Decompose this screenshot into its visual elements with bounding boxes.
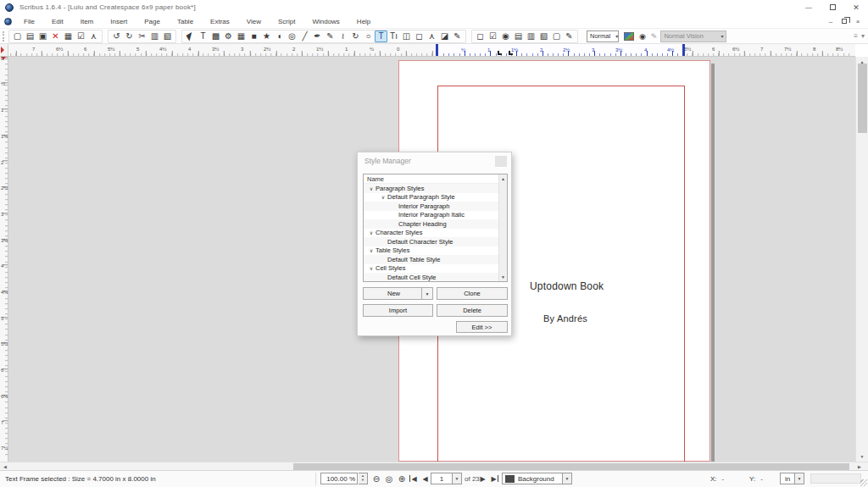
page-number-input[interactable]: 1 xyxy=(431,473,453,484)
new-style-button[interactable]: New ▼ xyxy=(363,287,433,300)
text-frame-title[interactable]: Uptodown Book xyxy=(530,280,604,292)
style-tree-row[interactable]: Interior Paragraph Italic xyxy=(364,211,507,220)
style-tree-row[interactable]: Chapter Heading xyxy=(364,219,507,229)
menu-page[interactable]: Page xyxy=(136,18,169,25)
vertical-scrollbar[interactable]: ▲ ▼ xyxy=(855,57,868,462)
print-icon[interactable]: ▦ xyxy=(62,30,75,42)
style-tree-row[interactable]: ∨Default Paragraph Style xyxy=(364,193,507,202)
toolbar-handle[interactable] xyxy=(3,31,6,42)
export-pdf-icon[interactable]: ⋏ xyxy=(87,30,100,42)
unit-dropdown-icon[interactable]: ▼ xyxy=(795,473,804,484)
chevron-expanded-icon[interactable]: ∨ xyxy=(379,194,387,200)
copy-icon[interactable]: ▥ xyxy=(148,30,161,42)
paste-icon[interactable]: ▧ xyxy=(161,30,174,42)
menu-script[interactable]: Script xyxy=(270,18,303,25)
horizontal-ruler[interactable]: 76½65½54½43½32½21½1½05½66½77½88½½11½22½3… xyxy=(8,44,855,57)
redo-icon[interactable]: ↻ xyxy=(123,30,136,42)
unlink-text-frames-icon[interactable]: ◻ xyxy=(413,30,426,42)
insert-image-frame-icon[interactable]: ▩ xyxy=(209,30,222,42)
scroll-down-icon[interactable]: ▼ xyxy=(856,451,868,462)
edit-style-button[interactable]: Edit >> xyxy=(456,321,508,333)
insert-text-frame-icon[interactable]: T xyxy=(197,30,209,42)
menu-windows[interactable]: Windows xyxy=(303,18,348,25)
style-tree-row[interactable]: ∨Table Styles xyxy=(364,246,507,256)
unit-selector[interactable]: in xyxy=(780,473,795,484)
previous-page-icon[interactable]: ◀ xyxy=(419,473,431,484)
open-document-icon[interactable]: ▤ xyxy=(24,30,36,42)
pdf-check-box-icon[interactable]: ☑ xyxy=(487,30,499,42)
chevron-expanded-icon[interactable]: ∨ xyxy=(367,185,376,191)
menu-file[interactable]: File xyxy=(15,18,43,25)
edit-story-editor-icon[interactable]: Tı xyxy=(387,30,400,42)
mdi-minimize-icon[interactable]: – xyxy=(824,16,837,26)
link-text-frames-icon[interactable]: ◫ xyxy=(400,30,413,42)
insert-bezier-icon[interactable]: ✒ xyxy=(311,30,324,42)
zoom-spinner[interactable]: ▲▼ xyxy=(359,473,368,484)
insert-table-icon[interactable]: ▦ xyxy=(235,30,248,42)
new-style-dropdown-icon[interactable]: ▼ xyxy=(421,288,432,299)
style-manager-dialog[interactable]: Style Manager Name ∨Paragraph Styles∨Def… xyxy=(357,152,512,336)
horizontal-scrollbar[interactable]: ◀ ▶ xyxy=(0,462,868,471)
insert-freehand-icon[interactable]: ✎ xyxy=(324,30,337,42)
menu-item[interactable]: Item xyxy=(72,18,103,25)
zoom-out-icon[interactable]: ⊖ xyxy=(370,473,382,484)
pdf-radio-button-icon[interactable]: ◉ xyxy=(499,30,512,42)
scroll-left-icon[interactable]: ◀ xyxy=(0,462,10,470)
chevron-expanded-icon[interactable]: ∨ xyxy=(367,247,376,253)
insert-render-frame-icon[interactable]: ⚙ xyxy=(222,30,235,42)
insert-calligraphic-icon[interactable]: ≀ xyxy=(337,30,349,42)
last-page-icon[interactable]: ▶ xyxy=(488,473,501,484)
view-level-combo[interactable]: Normal ▾ xyxy=(587,30,619,42)
insert-shape-icon[interactable]: ■ xyxy=(248,30,260,42)
close-document-icon[interactable]: ✕ xyxy=(49,30,62,42)
new-document-icon[interactable]: ▢ xyxy=(11,30,24,42)
horizontal-scroll-thumb[interactable] xyxy=(293,463,849,470)
style-tree-row[interactable]: Default Table Style xyxy=(364,255,507,264)
preflight-verifier-icon[interactable]: ☑ xyxy=(75,30,87,42)
rotate-item-icon[interactable]: ↻ xyxy=(349,30,362,42)
dialog-close-button[interactable] xyxy=(495,156,507,167)
style-tree-row[interactable]: ∨Paragraph Styles xyxy=(364,184,507,193)
insert-arc-icon[interactable]: ◖ xyxy=(273,30,286,42)
pdf-text-annotation-icon[interactable]: ▧ xyxy=(537,30,550,42)
close-icon[interactable]: ✕ xyxy=(844,0,868,14)
menu-insert[interactable]: Insert xyxy=(102,18,136,25)
pdf-text-field-icon[interactable]: ▢ xyxy=(550,30,563,42)
maximize-icon[interactable] xyxy=(821,0,844,14)
insert-line-icon[interactable]: ╱ xyxy=(298,30,311,42)
delete-style-button[interactable]: Delete xyxy=(437,304,508,317)
vertical-scroll-thumb[interactable] xyxy=(858,64,867,133)
eye-dropper-icon[interactable]: ✎ xyxy=(451,30,464,42)
vision-defect-combo[interactable]: Normal Vision ▾ xyxy=(660,30,726,42)
style-tree-row[interactable]: ∨Cell Styles xyxy=(364,264,507,274)
pdf-link-annotation-icon[interactable]: ✎ xyxy=(563,30,576,42)
save-document-icon[interactable]: ▣ xyxy=(36,30,49,42)
pdf-push-button-icon[interactable]: ◻ xyxy=(474,30,487,42)
preview-mode-icon[interactable]: ◉ xyxy=(639,32,646,41)
copy-item-properties-icon[interactable]: ◪ xyxy=(438,30,451,42)
scroll-down-icon[interactable]: ▼ xyxy=(499,274,507,279)
text-frame-tab-ruler[interactable] xyxy=(436,44,685,56)
edit-in-preview-icon[interactable]: ✎ xyxy=(651,32,658,41)
ruler-origin-box[interactable] xyxy=(0,44,8,57)
tab-stop-marker[interactable] xyxy=(498,51,502,55)
page-number-dropdown-icon[interactable]: ▼ xyxy=(453,473,462,484)
image-visual-appearance-icon[interactable] xyxy=(624,32,634,41)
layer-dropdown-icon[interactable]: ▼ xyxy=(563,473,572,484)
first-page-icon[interactable]: ◀ xyxy=(407,473,420,484)
menu-table[interactable]: Table xyxy=(169,18,202,25)
menu-view[interactable]: View xyxy=(238,18,270,25)
menu-extras[interactable]: Extras xyxy=(202,18,238,25)
cut-icon[interactable]: ✂ xyxy=(136,30,148,42)
vertical-ruler[interactable]: 0½11½22½33½44½55½66½77½ xyxy=(0,57,8,462)
layer-selector[interactable]: Background xyxy=(502,473,563,484)
style-tree[interactable]: Name ∨Paragraph Styles∨Default Paragraph… xyxy=(363,174,508,282)
mdi-restore-icon[interactable] xyxy=(837,16,851,26)
style-tree-row[interactable]: Default Character Style xyxy=(364,237,507,246)
tree-scrollbar[interactable]: ▲ ▼ xyxy=(498,174,507,281)
zoom-100-icon[interactable]: ◎ xyxy=(383,473,395,484)
menu-help[interactable]: Help xyxy=(348,18,379,25)
insert-spiral-icon[interactable]: ◎ xyxy=(286,30,298,42)
measurements-icon[interactable]: ⋏ xyxy=(426,30,438,42)
minimize-icon[interactable]: — xyxy=(797,0,821,14)
